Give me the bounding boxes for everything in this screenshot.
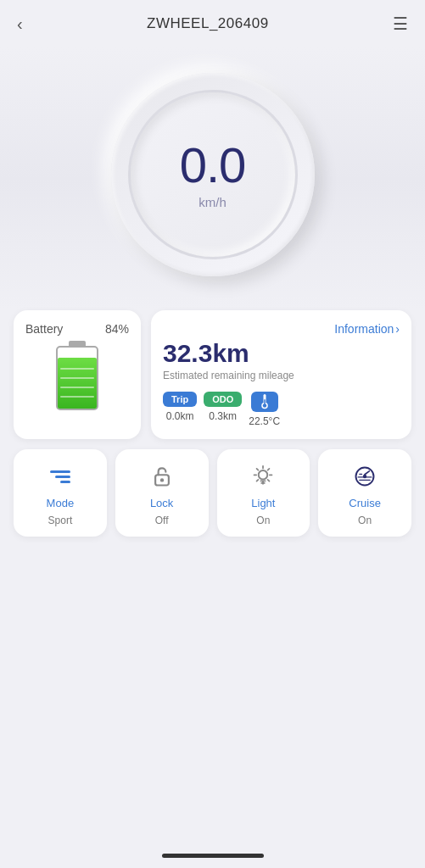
speedometer-area: 0.0 km/h bbox=[0, 47, 425, 310]
battery-lines bbox=[58, 358, 97, 409]
info-stats: Trip 0.0km ODO 0.3km bbox=[163, 392, 400, 427]
battery-line bbox=[60, 368, 94, 370]
light-label: Light bbox=[251, 497, 275, 509]
speedometer-outer-ring: 0.0 km/h bbox=[111, 73, 315, 276]
battery-line bbox=[60, 377, 94, 379]
info-mileage: 32.3km bbox=[163, 341, 400, 366]
temp-value: 22.5°C bbox=[249, 415, 280, 427]
temp-badge bbox=[251, 392, 278, 412]
back-button[interactable]: ‹ bbox=[17, 14, 23, 34]
svg-point-6 bbox=[259, 470, 268, 480]
lock-value: Off bbox=[155, 515, 169, 526]
stat-odo: ODO 0.3km bbox=[204, 392, 242, 427]
battery-header: Battery 84% bbox=[25, 322, 129, 336]
info-header-label: Information bbox=[334, 322, 394, 336]
speed-value: 0.0 bbox=[180, 141, 246, 190]
action-card-lock[interactable]: Lock Off bbox=[115, 449, 209, 537]
info-header[interactable]: Information › bbox=[163, 322, 400, 336]
svg-point-3 bbox=[262, 403, 266, 408]
cruise-value: On bbox=[358, 515, 372, 526]
mode-icon bbox=[50, 461, 70, 492]
info-mileage-label: Estimated remaining mileage bbox=[163, 370, 400, 381]
odo-badge: ODO bbox=[204, 392, 242, 407]
svg-line-12 bbox=[268, 480, 270, 481]
light-icon bbox=[251, 461, 275, 492]
stat-temp: 22.5°C bbox=[249, 392, 280, 427]
battery-icon bbox=[56, 346, 98, 410]
cruise-label: Cruise bbox=[349, 497, 381, 509]
battery-icon-container bbox=[25, 344, 129, 412]
trip-value: 0.0km bbox=[166, 410, 194, 422]
battery-tip bbox=[69, 341, 86, 346]
trip-badge: Trip bbox=[163, 392, 197, 407]
top-cards-row: Battery 84% bbox=[14, 310, 411, 439]
lock-label: Lock bbox=[150, 497, 173, 509]
info-card: Information › 32.3km Estimated remaining… bbox=[151, 310, 411, 439]
page-title: ZWHEEL_206409 bbox=[147, 15, 269, 32]
stat-trip: Trip 0.0km bbox=[163, 392, 197, 427]
svg-line-11 bbox=[257, 469, 259, 470]
home-indicator bbox=[162, 854, 264, 858]
speed-unit: km/h bbox=[199, 195, 226, 209]
action-card-mode[interactable]: Mode Sport bbox=[14, 449, 107, 537]
info-header-arrow-icon: › bbox=[395, 322, 400, 336]
svg-point-5 bbox=[159, 478, 163, 481]
menu-button[interactable]: ☰ bbox=[393, 14, 408, 34]
battery-line bbox=[60, 387, 94, 388]
svg-line-17 bbox=[365, 471, 369, 475]
light-value: On bbox=[256, 515, 270, 526]
cards-area: Battery 84% bbox=[0, 310, 425, 537]
battery-percent: 84% bbox=[105, 322, 129, 336]
mode-value: Sport bbox=[48, 515, 73, 526]
svg-line-13 bbox=[268, 469, 270, 470]
cruise-icon bbox=[353, 461, 377, 492]
mode-label: Mode bbox=[47, 497, 75, 509]
header: ‹ ZWHEEL_206409 ☰ bbox=[0, 0, 425, 47]
battery-label: Battery bbox=[25, 322, 63, 336]
speedometer-inner-ring: 0.0 km/h bbox=[128, 90, 298, 259]
battery-line bbox=[60, 396, 94, 398]
bottom-cards-row: Mode Sport Lock Off bbox=[14, 449, 411, 537]
action-card-cruise[interactable]: Cruise On bbox=[318, 449, 411, 537]
battery-card: Battery 84% bbox=[14, 310, 141, 439]
action-card-light[interactable]: Light On bbox=[217, 449, 310, 537]
lock-icon bbox=[150, 461, 174, 492]
odo-value: 0.3km bbox=[209, 410, 237, 422]
battery-fill bbox=[58, 358, 97, 409]
svg-line-14 bbox=[257, 480, 259, 481]
